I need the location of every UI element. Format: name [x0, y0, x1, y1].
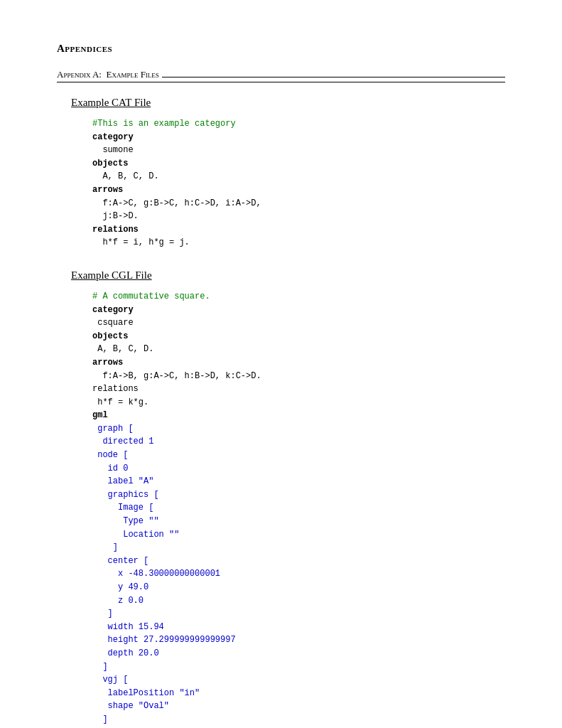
- cgl-line-keyword-3: gml: [92, 409, 505, 422]
- appendices-heading: Appendices: [57, 43, 505, 55]
- cgl-line-keyword-0: category: [92, 304, 505, 317]
- cgl-line-keyword-1: objects: [92, 330, 505, 343]
- cat-line-7: relations: [92, 223, 505, 237]
- cat-line-6: j:B->D.: [92, 210, 505, 223]
- example-cgl-section: Example CGL File # A commutative square.…: [57, 269, 505, 728]
- cat-line-4: arrows: [92, 183, 505, 197]
- cat-line-8: h*f = i, h*g = j.: [92, 236, 505, 250]
- cgl-blue-15: width 15.94: [92, 621, 505, 634]
- appendix-a-label: Appendix A:: [57, 69, 102, 80]
- cgl-blue-16: height 27.299999999999997: [92, 633, 505, 647]
- cgl-blue-5: graphics [: [92, 488, 505, 502]
- cgl-blue-22: ]: [92, 713, 505, 727]
- cgl-blue-9: ]: [92, 541, 505, 555]
- cgl-blue-13: z 0.0: [92, 594, 505, 608]
- cgl-blue-11: x -48.30000000000001: [92, 567, 505, 581]
- cat-comment: #This is an example category: [92, 117, 505, 131]
- cgl-blue-1: directed 1: [92, 435, 505, 449]
- cgl-line-5: h*f = k*g.: [92, 396, 505, 410]
- appendix-a-sublabel: Example Files: [106, 69, 158, 80]
- cgl-line-3: f:A->B, g:A->C, h:B->D, k:C->D.: [92, 370, 505, 383]
- cgl-blue-10: center [: [92, 555, 505, 568]
- cgl-blue-20: labelPosition "in": [92, 687, 505, 700]
- example-cgl-code: # A commutative square. category csquare…: [92, 290, 505, 728]
- cat-line-3: A, B, C, D.: [92, 170, 505, 183]
- appendix-a-header: Appendix A: Example Files: [57, 69, 505, 82]
- example-cat-code: #This is an example category category su…: [92, 117, 505, 250]
- cgl-blue-7: Type "": [92, 515, 505, 528]
- cgl-blue-14: ]: [92, 607, 505, 621]
- example-cgl-title: Example CGL File: [71, 269, 505, 282]
- cgl-blue-0: graph [: [92, 422, 505, 436]
- page: Appendices Appendix A: Example Files Exa…: [0, 0, 562, 728]
- cat-line-0: category: [92, 131, 505, 144]
- header-rule: [162, 77, 505, 77]
- cgl-blue-8: Location "": [92, 528, 505, 542]
- cat-line-1: sumone: [92, 144, 505, 157]
- cat-line-2: objects: [92, 157, 505, 171]
- cgl-blue-12: y 49.0: [92, 581, 505, 594]
- example-cat-title: Example CAT File: [71, 97, 505, 109]
- cgl-comment: # A commutative square.: [92, 290, 505, 304]
- cgl-line-1: csquare: [92, 316, 505, 330]
- cgl-line-2: A, B, C, D.: [92, 343, 505, 356]
- cgl-blue-4: label "A": [92, 475, 505, 488]
- cgl-blue-21: shape "Oval": [92, 700, 505, 713]
- appendices-title-text: Appendices: [57, 43, 112, 54]
- cgl-blue-17: depth 20.0: [92, 647, 505, 660]
- cgl-blue-18: ]: [92, 660, 505, 674]
- cgl-blue-3: id 0: [92, 462, 505, 476]
- cgl-blue-2: node [: [92, 449, 505, 462]
- cgl-line-4: relations: [92, 382, 505, 396]
- cgl-blue-6: Image [: [92, 501, 505, 515]
- example-cat-section: Example CAT File #This is an example cat…: [57, 97, 505, 250]
- cgl-blue-19: vgj [: [92, 673, 505, 687]
- cat-line-5: f:A->C, g:B->C, h:C->D, i:A->D,: [92, 197, 505, 210]
- cgl-line-keyword-2: arrows: [92, 356, 505, 370]
